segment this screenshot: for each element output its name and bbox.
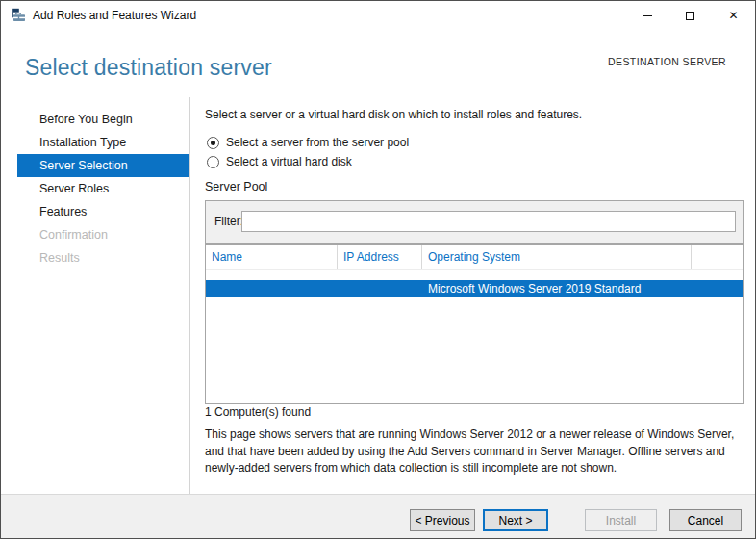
maximize-icon bbox=[686, 12, 694, 20]
radio-label-virtual-hard-disk: Select a virtual hard disk bbox=[226, 155, 352, 168]
server-cell-operating-system: Microsoft Windows Server 2019 Standard bbox=[428, 280, 641, 297]
radio-label-server-pool: Select a server from the server pool bbox=[226, 136, 409, 149]
close-button[interactable]: ✕ bbox=[712, 1, 755, 30]
column-header-name[interactable]: Name bbox=[206, 245, 338, 270]
server-pool-table: Name IP Address Operating System Microso… bbox=[205, 244, 744, 404]
intro-text: Select a server or a virtual hard disk o… bbox=[205, 108, 582, 121]
radio-button-server-pool[interactable] bbox=[207, 137, 219, 149]
server-row-selected[interactable]: Microsoft Windows Server 2019 Standard bbox=[206, 280, 743, 297]
server-pool-title: Server Pool bbox=[205, 180, 267, 193]
column-header-ip-address[interactable]: IP Address bbox=[338, 245, 422, 270]
radio-option-server-pool[interactable]: Select a server from the server pool bbox=[207, 136, 409, 149]
wizard-window: Add Roles and Features Wizard ✕ Select d… bbox=[0, 0, 756, 539]
minimize-icon bbox=[643, 15, 652, 16]
wizard-steps-nav: Before You Begin Installation Type Serve… bbox=[1, 108, 189, 270]
sidebar-item-features[interactable]: Features bbox=[17, 200, 190, 223]
filter-label: Filter: bbox=[214, 215, 243, 228]
previous-button[interactable]: < Previous bbox=[410, 509, 475, 531]
sidebar-item-confirmation: Confirmation bbox=[17, 223, 190, 246]
cancel-button[interactable]: Cancel bbox=[669, 509, 742, 531]
column-header-spacer bbox=[692, 245, 743, 270]
window-controls: ✕ bbox=[625, 1, 755, 30]
next-button[interactable]: Next > bbox=[483, 509, 548, 531]
column-header-operating-system[interactable]: Operating System bbox=[422, 245, 692, 270]
window-title: Add Roles and Features Wizard bbox=[33, 1, 196, 30]
destination-server-label: DESTINATION SERVER bbox=[608, 56, 726, 67]
table-header-row: Name IP Address Operating System bbox=[206, 245, 743, 270]
filter-panel: Filter: bbox=[205, 200, 744, 244]
sidebar-divider bbox=[189, 97, 190, 496]
sidebar-item-results: Results bbox=[17, 246, 190, 270]
sidebar-item-installation-type[interactable]: Installation Type bbox=[17, 131, 190, 154]
title-bar: Add Roles and Features Wizard ✕ bbox=[1, 1, 755, 30]
page-description: This page shows servers that are running… bbox=[205, 426, 749, 477]
sidebar-item-server-selection[interactable]: Server Selection bbox=[17, 154, 190, 177]
page-title: Select destination server bbox=[25, 55, 272, 81]
maximize-button[interactable] bbox=[668, 1, 712, 30]
sidebar-item-server-roles[interactable]: Server Roles bbox=[17, 177, 190, 200]
sidebar-item-before-you-begin[interactable]: Before You Begin bbox=[17, 108, 190, 131]
filter-input[interactable] bbox=[241, 211, 736, 232]
close-icon: ✕ bbox=[728, 10, 738, 21]
install-button: Install bbox=[585, 509, 657, 531]
server-manager-icon bbox=[11, 8, 26, 23]
computers-found-text: 1 Computer(s) found bbox=[205, 405, 311, 419]
radio-button-virtual-hard-disk[interactable] bbox=[207, 156, 219, 168]
minimize-button[interactable] bbox=[625, 1, 668, 30]
radio-option-virtual-hard-disk[interactable]: Select a virtual hard disk bbox=[207, 155, 352, 168]
